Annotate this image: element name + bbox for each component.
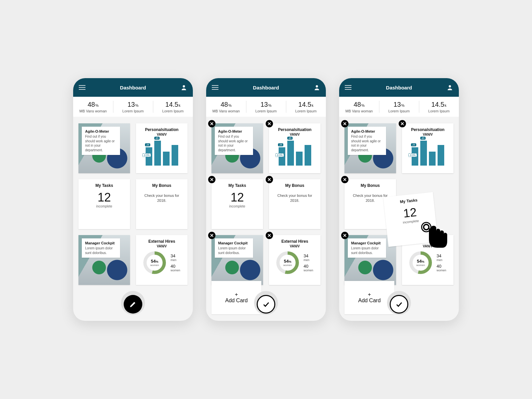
edit-button[interactable] (124, 295, 142, 314)
card-agile-o-meter[interactable]: Agile-O-Meter Find out if you should wor… (78, 123, 130, 173)
profile-icon[interactable] (446, 84, 454, 91)
page-title: Dashboard (120, 85, 146, 90)
close-icon (268, 122, 271, 125)
topbar: Dashboard (339, 78, 459, 97)
card-overlay: Agile-O-Meter Find out if you should wor… (82, 127, 120, 155)
plus-icon: + (235, 292, 238, 298)
remove-card-button[interactable] (266, 232, 273, 239)
card-agile-o-meter[interactable]: Agile-O-MeterFind out if you should work… (211, 123, 263, 173)
page-title: Dashboard (253, 85, 279, 90)
donut-chart: 54%women 34men 40women (143, 251, 180, 274)
check-icon (262, 300, 270, 308)
card-my-tasks[interactable]: My Tasks12incomplete (211, 179, 263, 229)
menu-icon[interactable] (211, 84, 219, 91)
svg-point-3 (183, 85, 185, 87)
close-icon (268, 178, 271, 181)
stat-item[interactable]: 14.5kLorem Ipsum (286, 97, 326, 117)
card-personalsituation[interactable]: PersonalsituationVAN/V -25-0.9%-85 (269, 123, 321, 173)
card-grid: Agile-O-Meter Find out if you should wor… (73, 117, 193, 321)
close-icon (401, 122, 404, 125)
add-card-button[interactable]: + Add Card (344, 281, 394, 314)
svg-point-34 (424, 224, 429, 230)
card-external-hires[interactable]: External HiresVAN/V 54%women34men40women (269, 235, 321, 285)
plus-icon: + (368, 292, 371, 298)
confirm-button[interactable] (390, 295, 408, 314)
stat-item[interactable]: 48%MB Vans woman (206, 97, 246, 117)
stat-item[interactable]: 13%Lorem Ipsum (379, 97, 419, 117)
svg-point-23 (449, 85, 451, 87)
phone-drag-mode: Dashboard 48%MB Vans woman 13%Lorem Ipsu… (339, 78, 459, 321)
page-title: Dashboard (386, 85, 412, 90)
stats-bar: 48%MB Vans woman 13%Lorem Ipsum 14.5kLor… (339, 97, 459, 117)
card-my-tasks[interactable]: My Tasks 12 incomplete (78, 179, 130, 229)
stat-item[interactable]: 14.5k Lorem Ipsum (153, 97, 193, 117)
svg-rect-22 (345, 89, 351, 90)
remove-card-button[interactable] (266, 120, 273, 127)
remove-card-button[interactable] (399, 120, 406, 127)
card-manager-cockpit[interactable]: Manager Cockpit Lorem ipsum dolor sunt d… (78, 235, 130, 285)
check-icon (395, 300, 403, 308)
stat-item[interactable]: 48%MB Vans woman (339, 97, 379, 117)
close-icon (268, 234, 271, 237)
phone-view-mode: Dashboard 48% MB Vans woman 13% Lorem Ip… (73, 78, 193, 321)
profile-icon[interactable] (313, 84, 321, 91)
stats-bar: 48% MB Vans woman 13% Lorem Ipsum 14.5k … (73, 97, 193, 117)
topbar: Dashboard (206, 78, 326, 97)
remove-card-button[interactable] (266, 176, 273, 183)
remove-card-button[interactable] (341, 120, 348, 127)
svg-point-7 (316, 85, 318, 87)
close-icon (343, 234, 346, 237)
bar-chart: -25-0.9% -85 (146, 139, 178, 166)
svg-rect-4 (212, 85, 218, 86)
menu-icon[interactable] (78, 84, 86, 91)
stat-label: MB Vans woman (79, 109, 107, 113)
card-agile-o-meter[interactable]: Agile-O-MeterFind out if you should work… (344, 123, 396, 173)
card-personalsituation[interactable]: PersonalsituationVAN/V -25-0.9%-85 (402, 123, 454, 173)
remove-card-button[interactable] (208, 120, 215, 127)
stat-item[interactable]: 13% Lorem Ipsum (113, 97, 153, 117)
svg-rect-5 (212, 87, 218, 88)
stats-bar: 48%MB Vans woman 13%Lorem Ipsum 14.5kLor… (206, 97, 326, 117)
svg-rect-20 (345, 85, 351, 86)
card-manager-cockpit[interactable]: Manager CockpitLorem ipsum dolor sunt do… (211, 235, 263, 285)
menu-icon[interactable] (344, 84, 352, 91)
close-icon (210, 234, 213, 237)
touch-hand-icon (419, 221, 452, 254)
stat-item[interactable]: 14.5kLorem Ipsum (419, 97, 459, 117)
stat-item[interactable]: 13%Lorem Ipsum (246, 97, 286, 117)
remove-card-button[interactable] (208, 232, 215, 239)
remove-card-button[interactable] (341, 176, 348, 183)
stat-value: 48 (87, 101, 95, 108)
tasks-count: 12 (97, 191, 111, 204)
svg-rect-2 (79, 89, 85, 90)
remove-card-button[interactable] (341, 232, 348, 239)
svg-rect-0 (79, 85, 85, 86)
svg-rect-21 (345, 87, 351, 88)
svg-rect-6 (212, 89, 218, 90)
add-card-button[interactable]: + Add Card (211, 281, 261, 314)
card-my-bonus[interactable]: My BonusCheck your bonus for 2018. (269, 179, 321, 229)
confirm-button[interactable] (257, 295, 275, 314)
close-icon (343, 122, 346, 125)
close-icon (210, 122, 213, 125)
close-icon (210, 178, 213, 181)
card-personalsituation[interactable]: Personalsituation VAN/V -25-0.9% -85 (136, 123, 188, 173)
pencil-icon (129, 301, 137, 308)
profile-icon[interactable] (180, 84, 188, 91)
stat-item[interactable]: 48% MB Vans woman (73, 97, 113, 117)
card-overlay: Manager Cockpit Lorem ipsum dolor sunt d… (82, 238, 120, 258)
remove-card-button[interactable] (208, 176, 215, 183)
close-icon (343, 178, 346, 181)
card-external-hires[interactable]: External Hires VAN/V 54%women 34men 40wo… (136, 235, 188, 285)
card-my-bonus[interactable]: My Bonus Check your bonus for 2018. (136, 179, 188, 229)
topbar: Dashboard (73, 78, 193, 97)
svg-rect-1 (79, 87, 85, 88)
phone-edit-mode: Dashboard 48%MB Vans woman 13%Lorem Ipsu… (206, 78, 326, 321)
